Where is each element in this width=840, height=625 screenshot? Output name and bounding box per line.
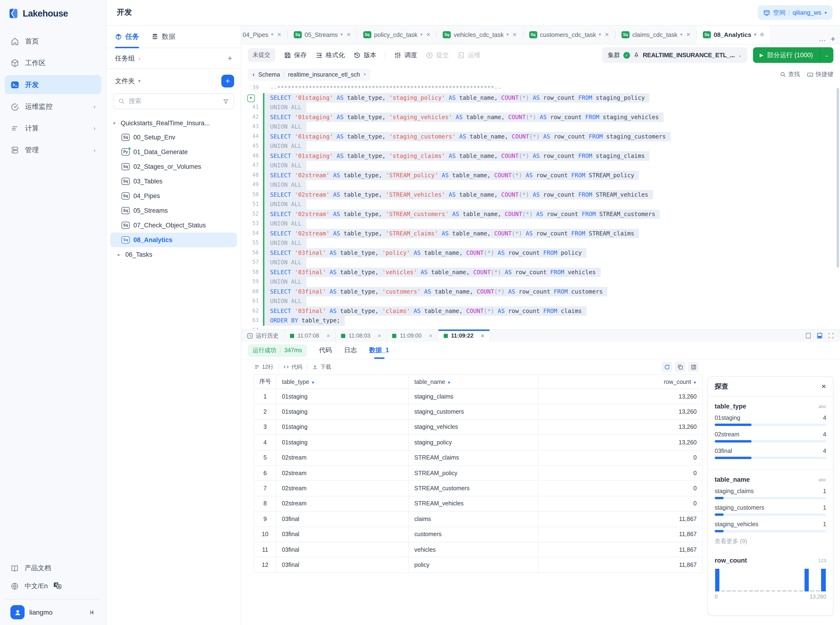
sidebar-item-manage[interactable]: 管理 › bbox=[5, 140, 101, 159]
code-line[interactable]: 61 UNION ALL bbox=[241, 297, 840, 306]
code-line[interactable]: 64 bbox=[241, 325, 840, 329]
sidebar-item-workspace[interactable]: 工作区 › bbox=[5, 53, 101, 72]
table-row[interactable]: 502streamSTREAM_claims0 bbox=[254, 450, 703, 465]
editor-tab-vehicles_cdc_task[interactable]: Sq vehicles_cdc_task ▾ ✕ bbox=[437, 25, 523, 44]
chevron-down-icon[interactable]: ▾ bbox=[680, 32, 682, 37]
table-row[interactable]: 1003finalcustomers11,867 bbox=[254, 527, 703, 542]
close-icon[interactable]: ✕ bbox=[347, 31, 351, 37]
sort-caret-icon[interactable]: ▼ bbox=[693, 380, 697, 385]
column-header-table_type[interactable]: table_type▼ bbox=[276, 375, 408, 389]
code-line[interactable]: 44 SELECT '01staging' AS table_type, 'st… bbox=[241, 132, 840, 141]
code-line[interactable]: 50 SELECT '02stream' AS table_type, 'STR… bbox=[241, 190, 840, 199]
editor-tab-policy_cdc_task[interactable]: Sq policy_cdc_task ▾ ✕ bbox=[357, 25, 437, 44]
code-line[interactable]: ▶ SELECT '01staging' AS table_type, 'sta… bbox=[241, 93, 840, 103]
save-button[interactable]: 保存 bbox=[283, 51, 307, 59]
code-line[interactable]: 54 SELECT '02stream' AS table_type, 'STR… bbox=[241, 229, 840, 238]
search-input[interactable]: 搜索 bbox=[113, 93, 234, 109]
code-line[interactable]: 43 UNION ALL bbox=[241, 122, 840, 132]
tree-item-07_check_object_status[interactable]: Sq 07_Check_Object_Status bbox=[110, 218, 237, 233]
column-header-row_count[interactable]: row_count▼ bbox=[538, 375, 703, 389]
editor-tab-claims_cdc_task[interactable]: Sq claims_cdc_task ▾ ✕ bbox=[615, 25, 697, 44]
chevron-down-icon[interactable]: ▾ bbox=[599, 32, 601, 37]
schedule-button[interactable]: 调度 bbox=[394, 51, 417, 59]
tree-root-folder[interactable]: ▾ Quickstarts_RealTime_Insura... bbox=[110, 116, 237, 130]
table-row[interactable]: 101stagingstaging_claims13,260 bbox=[254, 389, 703, 404]
run-tab-11:09:00[interactable]: 11:09:00 ✕ bbox=[387, 330, 438, 342]
tree-item-03_tables[interactable]: Sq 03_Tables bbox=[110, 174, 237, 189]
table-row[interactable]: 802streamSTREAM_vehicles0 bbox=[254, 496, 703, 511]
download-button[interactable]: 下载 bbox=[313, 363, 331, 370]
close-icon[interactable]: ✕ bbox=[378, 333, 381, 338]
table-row[interactable]: 401stagingstaging_policy13,260 bbox=[254, 435, 703, 450]
layout-split-icon[interactable] bbox=[817, 332, 823, 339]
column-header-table_name[interactable]: table_name▼ bbox=[408, 375, 538, 389]
tree-item-05_streams[interactable]: Sq 05_Streams bbox=[110, 203, 237, 218]
caret-down-icon[interactable]: ▾ bbox=[113, 120, 118, 126]
caret-right-icon[interactable]: ▸ bbox=[118, 252, 123, 257]
format-button[interactable]: 格式化 bbox=[315, 51, 345, 59]
chevron-down-icon[interactable]: ▾ bbox=[420, 32, 422, 37]
sidebar-item-compute[interactable]: 计算 › bbox=[5, 119, 101, 138]
result-tab-代码[interactable]: 代码 bbox=[319, 342, 332, 359]
layout-expand-icon[interactable] bbox=[828, 332, 834, 339]
submit-button[interactable]: 提交 bbox=[426, 51, 449, 59]
editor-tab-customers_cdc_task[interactable]: Sq customers_cdc_task ▾ ✕ bbox=[523, 25, 615, 44]
code-line[interactable]: 56 SELECT '03final' AS table_type, 'poli… bbox=[241, 248, 840, 258]
explorer-tab-tasks[interactable]: 任务 bbox=[115, 25, 139, 48]
user-row[interactable]: liangmo bbox=[5, 599, 101, 625]
code-line[interactable]: 45 UNION ALL bbox=[241, 141, 840, 151]
filter-icon[interactable] bbox=[223, 98, 229, 104]
result-tab-数据_1[interactable]: 数据_1 bbox=[369, 342, 389, 359]
table-row[interactable]: 201stagingstaging_customers13,260 bbox=[254, 404, 703, 420]
close-icon[interactable]: ✕ bbox=[512, 31, 517, 37]
run-options-chevron-icon[interactable]: ⌄ bbox=[820, 53, 833, 58]
view-code-button[interactable]: 代码 bbox=[283, 363, 302, 370]
tree-item-06-tasks[interactable]: ▸ 06_Tasks bbox=[110, 247, 237, 261]
table-row[interactable]: 1203finalpolicy11,867 bbox=[254, 557, 703, 573]
run-history-label[interactable]: 运行历史 bbox=[241, 330, 284, 342]
close-icon[interactable]: ✕ bbox=[277, 31, 282, 37]
footer-item-docs[interactable]: 产品文档 bbox=[5, 559, 101, 577]
code-line[interactable]: 62 SELECT '03final' AS table_type, 'clai… bbox=[241, 306, 840, 316]
find-button[interactable]: 查找 bbox=[780, 70, 800, 78]
chevron-down-icon[interactable]: ▾ bbox=[271, 32, 273, 37]
sidebar-item-dev[interactable]: 开发 › bbox=[5, 75, 101, 94]
close-icon[interactable]: ✕ bbox=[821, 383, 826, 390]
tab-overflow-button[interactable]: ··· bbox=[815, 36, 829, 44]
close-icon[interactable]: ✕ bbox=[429, 333, 433, 338]
workspace-switcher[interactable]: 空间 qiliang_ws ▾ bbox=[758, 5, 832, 20]
code-line[interactable]: 53 UNION ALL bbox=[241, 219, 840, 229]
tree-item-01_data_generate[interactable]: Py 01_Data_Generate bbox=[110, 145, 237, 159]
code-line[interactable]: 55 UNION ALL bbox=[241, 238, 840, 248]
code-line[interactable]: 52 SELECT '02stream' AS table_type, 'STR… bbox=[241, 209, 840, 219]
run-button[interactable]: ▶ 部分运行 (1000) ⌄ bbox=[753, 47, 833, 63]
scrollbar-thumb[interactable] bbox=[837, 88, 839, 267]
run-tab-11:07:08[interactable]: 11:07:08 ✕ bbox=[284, 330, 335, 342]
add-task-group-icon[interactable]: + bbox=[227, 54, 232, 63]
table-row[interactable]: 301stagingstaging_vehicles13,260 bbox=[254, 420, 703, 435]
code-line[interactable]: 46 SELECT '01staging' AS table_type, 'st… bbox=[241, 151, 840, 161]
run-tab-11:09:22[interactable]: 11:09:22 ✕ bbox=[438, 330, 490, 342]
code-line[interactable]: 57 UNION ALL bbox=[241, 258, 840, 267]
code-line[interactable]: 41 UNION ALL bbox=[241, 103, 840, 112]
code-line[interactable]: 48 SELECT '02stream' AS table_type, 'STR… bbox=[241, 170, 840, 180]
editor-tab-08_analytics[interactable]: Sq 08_Analytics ▾ ✕ bbox=[697, 25, 770, 44]
code-line[interactable]: 59 UNION ALL bbox=[241, 277, 840, 287]
copy-button[interactable] bbox=[675, 362, 685, 372]
version-button[interactable]: 版本 bbox=[353, 51, 376, 59]
shortcuts-button[interactable]: 快捷键 bbox=[807, 70, 833, 78]
profile-toggle-button[interactable] bbox=[662, 362, 672, 372]
new-tab-button[interactable]: + bbox=[829, 34, 840, 44]
chevron-down-icon[interactable]: ▾ bbox=[341, 32, 343, 37]
tree-item-04_pipes[interactable]: Sq 04_Pipes bbox=[110, 189, 237, 203]
code-line[interactable]: 60 SELECT '03final' AS table_type, 'cust… bbox=[241, 287, 840, 297]
see-more-link[interactable]: 查看更多 (9) bbox=[715, 538, 826, 546]
table-row[interactable]: 903finalclaims11,867 bbox=[254, 511, 703, 527]
run-tab-11:08:03[interactable]: 11:08:03 ✕ bbox=[335, 330, 386, 342]
code-line[interactable]: 49 UNION ALL bbox=[241, 180, 840, 190]
editor-tab-05_streams[interactable]: Sq 05_Streams ▾ ✕ bbox=[288, 25, 357, 44]
cluster-selector[interactable]: 集群 ✓ REALTIME_INSURANCE_ETL_... ⌄ bbox=[602, 47, 747, 63]
close-icon[interactable]: ✕ bbox=[481, 333, 485, 338]
code-line[interactable]: 63 ORDER BY table_type; bbox=[241, 316, 840, 325]
close-icon[interactable]: ✕ bbox=[326, 333, 330, 338]
